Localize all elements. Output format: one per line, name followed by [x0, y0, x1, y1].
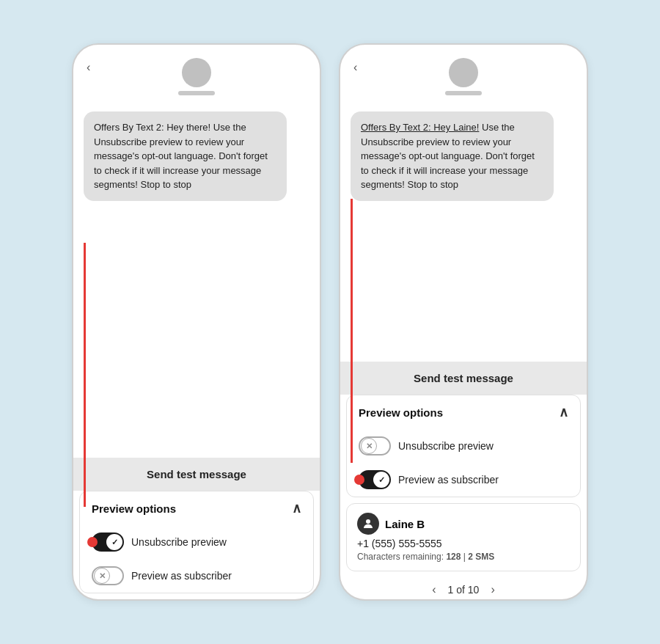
- phone1-body: Offers By Text 2: Hey there! Use the Uns…: [73, 103, 320, 458]
- phone1-top: ‹: [73, 45, 320, 103]
- toggle-thumb-2: ✕: [94, 568, 110, 584]
- toggle-thumb-4: ✓: [373, 472, 389, 488]
- sms-label: 2 SMS: [468, 552, 494, 562]
- pagination: ‹ 1 of 10 ›: [340, 577, 587, 599]
- preview-options-label-1: Preview options: [92, 502, 176, 515]
- back-arrow-icon[interactable]: ‹: [87, 61, 90, 74]
- toggle-track-3: ✕: [359, 436, 391, 455]
- subscriber-toggle-row-2: ✓ Preview as subscriber: [347, 463, 580, 497]
- red-line-1: [84, 243, 86, 507]
- toggle-thumb-1: ✓: [106, 534, 122, 550]
- red-dot-2: [354, 475, 364, 485]
- phone2-bottom: Send test message Preview options ∧ ✕ Un…: [340, 362, 587, 599]
- subscriber-chars: Characters remaining: 128 | 2 SMS: [357, 552, 570, 562]
- preview-options-header-2[interactable]: Preview options ∧: [347, 395, 580, 429]
- phone-preview-1: ‹ Offers By Text 2: Hey there! Use the U…: [72, 43, 321, 601]
- phone-preview-2: ‹ Offers By Text 2: Hey Laine! Use the U…: [339, 43, 588, 601]
- message-bubble-2: Offers By Text 2: Hey Laine! Use the Uns…: [351, 111, 554, 201]
- send-test-button-2[interactable]: Send test message: [340, 362, 587, 395]
- next-page-button[interactable]: ›: [491, 583, 494, 596]
- phone2-top: ‹: [340, 45, 587, 103]
- subscriber-name: Laine B: [385, 518, 425, 530]
- chars-value: 128: [446, 552, 461, 562]
- phone2-body: Offers By Text 2: Hey Laine! Use the Uns…: [340, 103, 587, 362]
- main-container: ‹ Offers By Text 2: Hey there! Use the U…: [50, 21, 610, 623]
- unsubscribe-toggle-row-2: ✕ Unsubscribe preview: [347, 429, 580, 463]
- preview-options-label-2: Preview options: [359, 406, 443, 419]
- red-dot-1: [87, 537, 98, 547]
- avatar-1: [182, 58, 211, 87]
- phone1-bottom: Send test message Preview options ∧ ✓ Un…: [73, 458, 320, 599]
- subscriber-label-2: Preview as subscriber: [398, 474, 499, 486]
- avatar-2: [449, 58, 478, 87]
- chars-separator: |: [461, 552, 468, 562]
- preview-options-section-1: Preview options ∧ ✓ Unsubscribe preview: [79, 491, 314, 593]
- subscriber-phone: +1 (555) 555-5555: [357, 538, 570, 549]
- page-current: 1 of 10: [448, 584, 480, 596]
- chevron-icon-2[interactable]: ∧: [559, 404, 568, 420]
- subscriber-card: Laine B +1 (555) 555-5555 Characters rem…: [346, 503, 581, 571]
- avatar-label-1: [178, 91, 215, 95]
- send-test-button-1[interactable]: Send test message: [73, 458, 320, 491]
- toggle-thumb-3: ✕: [361, 438, 377, 454]
- chevron-icon-1[interactable]: ∧: [292, 500, 301, 516]
- unsubscribe-label-1: Unsubscribe preview: [131, 536, 227, 548]
- svg-point-0: [366, 519, 370, 524]
- message-underline-part: Offers By Text 2: Hey Laine!: [361, 122, 479, 133]
- message-bubble-1: Offers By Text 2: Hey there! Use the Uns…: [84, 111, 287, 201]
- subscriber-header: Laine B: [357, 513, 570, 535]
- subscriber-toggle-row-1: ✕ Preview as subscriber: [80, 559, 313, 593]
- unsubscribe-toggle-2[interactable]: ✕: [359, 436, 391, 455]
- back-arrow-icon-2[interactable]: ‹: [353, 61, 357, 74]
- red-line-2: [351, 199, 353, 463]
- preview-options-section-2: Preview options ∧ ✕ Unsubscribe preview: [346, 395, 581, 497]
- unsubscribe-toggle-row-1: ✓ Unsubscribe preview: [80, 525, 313, 559]
- toggle-track-2: ✕: [92, 566, 124, 585]
- prev-page-button[interactable]: ‹: [432, 583, 436, 596]
- avatar-label-2: [445, 91, 482, 95]
- preview-options-header-1[interactable]: Preview options ∧: [80, 491, 313, 525]
- unsubscribe-label-2: Unsubscribe preview: [398, 440, 494, 452]
- subscriber-label-1: Preview as subscriber: [131, 570, 232, 582]
- chars-label: Characters remaining:: [357, 552, 446, 562]
- subscriber-avatar-icon: [357, 513, 379, 535]
- subscriber-toggle-1[interactable]: ✕: [92, 566, 124, 585]
